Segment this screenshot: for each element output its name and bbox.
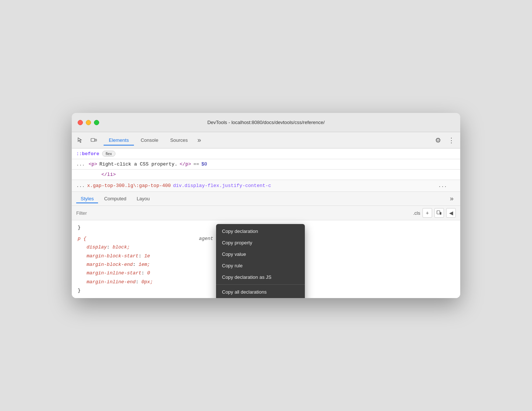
paint-button[interactable] — [434, 208, 444, 218]
dom-close-li: </li> — [72, 170, 460, 180]
filter-bar: .cls + ◀ — [72, 206, 460, 220]
svg-rect-2 — [437, 211, 440, 214]
filter-actions: .cls + ◀ — [413, 208, 456, 218]
pseudo-element: ::before — [76, 151, 99, 157]
kebab-icon: ⋮ — [448, 136, 455, 144]
dom-close-tag: </p> — [179, 161, 191, 167]
flex-badge: flex — [102, 151, 115, 157]
tab-styles[interactable]: Styles — [76, 194, 98, 203]
dom-dots: ... — [76, 161, 85, 167]
context-menu: Copy declaration Copy property Copy valu… — [216, 224, 305, 298]
sel-dots-right: ... — [438, 183, 447, 188]
dom-text: Right-click a CSS property. — [100, 161, 178, 167]
ctx-copy-all-declarations[interactable]: Copy all declarations — [216, 286, 305, 298]
ctx-copy-value[interactable]: Copy value — [216, 248, 305, 260]
devtools-window: DevTools - localhost:8080/docs/devtools/… — [72, 113, 460, 298]
dom-eq: == — [193, 161, 199, 167]
device-icon[interactable] — [88, 135, 99, 146]
traffic-lights — [78, 120, 99, 125]
more-tabs-button[interactable]: » — [195, 135, 204, 146]
cls-button[interactable]: .cls — [413, 210, 421, 216]
back-button[interactable]: ◀ — [446, 208, 456, 218]
more-options-button[interactable]: ⋮ — [445, 134, 457, 146]
dom-open-tag: <p> — [88, 161, 97, 167]
tab-console[interactable]: Console — [135, 135, 164, 145]
ctx-copy-property[interactable]: Copy property — [216, 237, 305, 248]
gear-icon: ⚙ — [435, 136, 441, 144]
selector-bar: ... x.gap-top-300.lg\:gap-top-400 div.di… — [72, 180, 460, 192]
maximize-button[interactable] — [94, 120, 99, 125]
svg-rect-1 — [95, 139, 97, 141]
tab-elements[interactable]: Elements — [104, 135, 134, 145]
tab-computed[interactable]: Computed — [100, 194, 131, 203]
selector-class1: x.gap-top-300.lg\:gap-top-400 — [87, 183, 171, 188]
close-button[interactable] — [78, 120, 83, 125]
selector-class2: div.display-flex.justify-content-c — [173, 183, 271, 188]
ctx-copy-declaration[interactable]: Copy declaration — [216, 225, 305, 237]
tab-icons — [75, 135, 99, 146]
filter-input[interactable] — [76, 210, 410, 216]
tab-sources[interactable]: Sources — [165, 135, 193, 145]
tab-layout[interactable]: Layou — [132, 194, 154, 203]
element-pseudo-bar: ::before flex — [72, 148, 460, 159]
svg-rect-0 — [91, 138, 95, 141]
close-li-tag: </li> — [101, 172, 116, 177]
ctx-sep-1 — [216, 284, 305, 285]
sel-dots-left: ... — [76, 183, 85, 188]
inspect-icon[interactable] — [75, 135, 86, 146]
settings-button[interactable]: ⚙ — [432, 134, 444, 146]
ctx-copy-rule[interactable]: Copy rule — [216, 260, 305, 271]
styles-more-button[interactable]: » — [448, 195, 456, 203]
add-style-button[interactable]: + — [422, 208, 432, 218]
minimize-button[interactable] — [86, 120, 91, 125]
styles-tabs: Styles Computed Layou » — [72, 192, 460, 206]
titlebar: DevTools - localhost:8080/docs/devtools/… — [72, 113, 460, 132]
dom-var: $0 — [201, 161, 207, 167]
css-panel-wrapper: } p { agent stylesheet display: block; m… — [72, 220, 460, 298]
tabs-bar: Elements Console Sources » ⚙ ⋮ — [72, 132, 460, 148]
dom-bar: ... <p>Right-click a CSS property.</p> =… — [72, 159, 460, 170]
window-title: DevTools - localhost:8080/docs/devtools/… — [207, 120, 324, 125]
ctx-copy-declaration-js[interactable]: Copy declaration as JS — [216, 271, 305, 283]
